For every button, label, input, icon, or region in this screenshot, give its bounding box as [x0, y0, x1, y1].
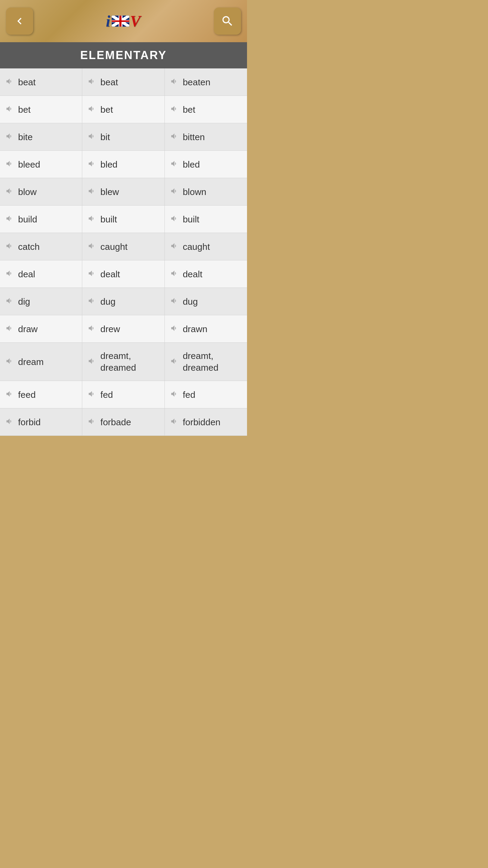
word-cell-base[interactable]: bleed	[0, 151, 82, 178]
sound-button[interactable]	[5, 242, 18, 251]
sound-button[interactable]	[88, 214, 100, 224]
word-cell-base[interactable]: draw	[0, 315, 82, 342]
word-cell-past[interactable]: blew	[82, 178, 164, 205]
sound-button[interactable]	[170, 242, 183, 251]
word-cell-participle[interactable]: bled	[165, 151, 247, 178]
sound-button[interactable]	[5, 214, 18, 224]
sound-button[interactable]	[170, 159, 183, 169]
word-cell-past[interactable]: bled	[82, 151, 164, 178]
word-cell-past[interactable]: built	[82, 206, 164, 233]
sound-button[interactable]	[88, 390, 100, 399]
sound-button[interactable]	[5, 324, 18, 334]
speaker-icon	[5, 77, 14, 86]
word-cell-base[interactable]: dig	[0, 288, 82, 315]
word-past-text: blew	[100, 186, 119, 198]
search-button[interactable]	[214, 7, 241, 35]
word-cell-past[interactable]: dug	[82, 288, 164, 315]
sound-button[interactable]	[170, 104, 183, 114]
sound-button[interactable]	[170, 77, 183, 87]
word-cell-past[interactable]: caught	[82, 233, 164, 260]
sound-button[interactable]	[88, 357, 100, 367]
word-cell-past[interactable]: drew	[82, 315, 164, 342]
word-cell-base[interactable]: beat	[0, 68, 82, 96]
sound-button[interactable]	[88, 242, 100, 251]
sound-button[interactable]	[170, 324, 183, 334]
word-cell-base[interactable]: catch	[0, 233, 82, 260]
sound-button[interactable]	[5, 159, 18, 169]
sound-button[interactable]	[88, 77, 100, 87]
word-cell-past[interactable]: dealt	[82, 260, 164, 287]
sound-button[interactable]	[5, 297, 18, 306]
sound-button[interactable]	[5, 187, 18, 196]
word-cell-past[interactable]: dreamt,dreamed	[82, 343, 164, 381]
table-row: buildbuiltbuilt	[0, 206, 247, 233]
word-cell-participle[interactable]: built	[165, 206, 247, 233]
word-cell-past[interactable]: bet	[82, 96, 164, 123]
sound-button[interactable]	[5, 269, 18, 279]
sound-button[interactable]	[88, 297, 100, 306]
sound-button[interactable]	[170, 417, 183, 427]
word-base-text: forbid	[18, 416, 41, 428]
sound-button[interactable]	[170, 297, 183, 306]
sound-button[interactable]	[170, 390, 183, 399]
logo-letter-i: i	[106, 12, 110, 30]
back-button[interactable]	[6, 7, 33, 35]
word-cell-base[interactable]: forbid	[0, 408, 82, 435]
sound-button[interactable]	[88, 104, 100, 114]
word-cell-base[interactable]: bite	[0, 123, 82, 150]
sound-button[interactable]	[170, 357, 183, 367]
table-row: dreamdreamt,dreameddreamt,dreamed	[0, 343, 247, 381]
word-cell-base[interactable]: build	[0, 206, 82, 233]
table-row: feedfedfed	[0, 381, 247, 408]
sound-button[interactable]	[88, 269, 100, 279]
word-participle-text: beaten	[183, 76, 210, 88]
word-cell-participle[interactable]: bitten	[165, 123, 247, 150]
sound-button[interactable]	[170, 187, 183, 196]
word-cell-base[interactable]: feed	[0, 381, 82, 408]
sound-button[interactable]	[5, 417, 18, 427]
word-cell-participle[interactable]: forbidden	[165, 408, 247, 435]
sound-button[interactable]	[170, 269, 183, 279]
word-cell-participle[interactable]: caught	[165, 233, 247, 260]
word-cell-participle[interactable]: drawn	[165, 315, 247, 342]
sound-button[interactable]	[170, 214, 183, 224]
word-past-text: dug	[100, 296, 116, 307]
speaker-icon	[170, 269, 178, 278]
sound-button[interactable]	[88, 159, 100, 169]
word-cell-past[interactable]: beat	[82, 68, 164, 96]
sound-button[interactable]	[5, 132, 18, 142]
word-cell-base[interactable]: blow	[0, 178, 82, 205]
word-cell-base[interactable]: deal	[0, 260, 82, 287]
speaker-icon	[88, 324, 96, 333]
speaker-icon	[170, 77, 178, 86]
word-cell-past[interactable]: fed	[82, 381, 164, 408]
logo-letter-v: V	[130, 12, 141, 30]
sound-button[interactable]	[170, 132, 183, 142]
sound-button[interactable]	[5, 357, 18, 367]
word-cell-base[interactable]: bet	[0, 96, 82, 123]
speaker-icon	[88, 357, 96, 365]
word-cell-past[interactable]: forbade	[82, 408, 164, 435]
word-cell-participle[interactable]: bet	[165, 96, 247, 123]
sound-button[interactable]	[88, 132, 100, 142]
sound-button[interactable]	[5, 104, 18, 114]
sound-button[interactable]	[88, 417, 100, 427]
word-base-text: bleed	[18, 158, 40, 170]
word-cell-base[interactable]: dream	[0, 343, 82, 381]
word-base-text: feed	[18, 389, 36, 401]
word-cell-past[interactable]: bit	[82, 123, 164, 150]
sound-button[interactable]	[5, 390, 18, 399]
word-cell-participle[interactable]: fed	[165, 381, 247, 408]
sound-button[interactable]	[88, 324, 100, 334]
speaker-icon	[5, 324, 14, 333]
word-cell-participle[interactable]: dug	[165, 288, 247, 315]
word-base-text: draw	[18, 323, 38, 335]
word-base-text: bite	[18, 131, 33, 143]
word-cell-participle[interactable]: beaten	[165, 68, 247, 96]
table-row: beatbeatbeaten	[0, 68, 247, 96]
word-cell-participle[interactable]: dreamt,dreamed	[165, 343, 247, 381]
sound-button[interactable]	[5, 77, 18, 87]
word-cell-participle[interactable]: dealt	[165, 260, 247, 287]
sound-button[interactable]	[88, 187, 100, 196]
word-cell-participle[interactable]: blown	[165, 178, 247, 205]
